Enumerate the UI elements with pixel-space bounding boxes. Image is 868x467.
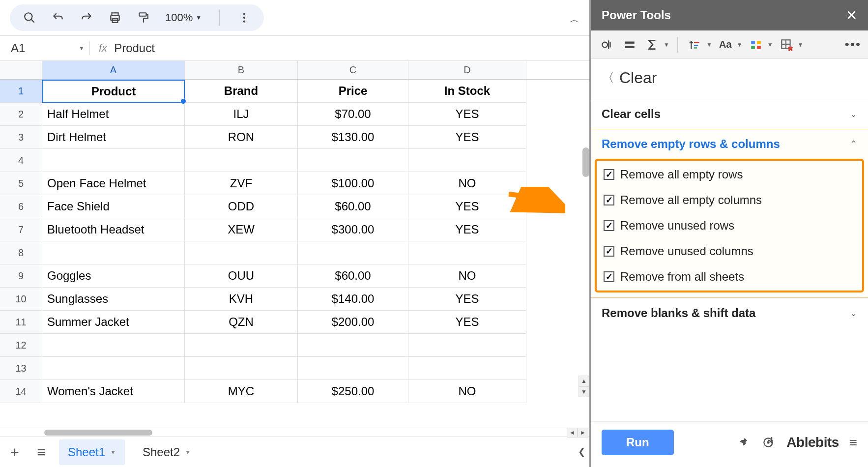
- row-header[interactable]: 8: [0, 241, 42, 264]
- checkbox[interactable]: [604, 220, 614, 231]
- cell[interactable]: Dirt Helmet: [42, 126, 185, 149]
- sheet-tab[interactable]: Sheet1▼: [59, 439, 125, 465]
- cell[interactable]: NO: [408, 264, 526, 288]
- pin-icon[interactable]: [735, 435, 750, 450]
- checkbox[interactable]: [604, 169, 614, 180]
- cell[interactable]: YES: [408, 288, 526, 311]
- cell[interactable]: Goggles: [42, 264, 185, 288]
- cell[interactable]: Brand: [185, 80, 298, 103]
- cell[interactable]: YES: [408, 126, 526, 149]
- cell[interactable]: QZN: [185, 311, 298, 334]
- chevron-down-icon[interactable]: ▼: [110, 449, 116, 456]
- cell[interactable]: ILJ: [185, 103, 298, 126]
- cell[interactable]: $250.00: [298, 380, 408, 403]
- select-all-corner[interactable]: [0, 61, 42, 79]
- name-box[interactable]: A1 ▼: [6, 41, 89, 55]
- checkbox-option[interactable]: Remove all empty columns: [604, 193, 855, 207]
- scroll-right-icon[interactable]: ►: [578, 428, 588, 438]
- chevron-down-icon[interactable]: ▼: [664, 41, 669, 48]
- col-header-a[interactable]: A: [42, 61, 185, 79]
- cell[interactable]: ZVF: [185, 172, 298, 195]
- checkbox[interactable]: [604, 246, 614, 257]
- row-header[interactable]: 9: [0, 264, 42, 288]
- cell[interactable]: [185, 357, 298, 380]
- zoom-dropdown[interactable]: 100% ▼: [165, 11, 202, 24]
- row-header[interactable]: 2: [0, 103, 42, 126]
- section-header-clear-cells[interactable]: Clear cells ⌄: [591, 99, 868, 129]
- more-vert-icon[interactable]: [237, 11, 251, 25]
- cell[interactable]: In Stock: [408, 80, 526, 103]
- cell[interactable]: OUU: [185, 264, 298, 288]
- cell[interactable]: Face Shield: [42, 195, 185, 218]
- cell[interactable]: YES: [408, 195, 526, 218]
- undo-icon[interactable]: [51, 11, 65, 25]
- row-header[interactable]: 5: [0, 172, 42, 195]
- breadcrumb[interactable]: 〈 Clear: [591, 59, 868, 99]
- print-icon[interactable]: [108, 11, 122, 25]
- row-header[interactable]: 14: [0, 380, 42, 403]
- cell[interactable]: $130.00: [298, 126, 408, 149]
- info-icon[interactable]: i: [761, 435, 776, 450]
- add-sheet-button[interactable]: +: [6, 443, 24, 461]
- clear-grid-icon[interactable]: [777, 35, 796, 54]
- cell[interactable]: Bluetooth Headset: [42, 218, 185, 241]
- row-header[interactable]: 10: [0, 288, 42, 311]
- row-header[interactable]: 1: [0, 80, 42, 103]
- checkbox-option[interactable]: Remove from all sheets: [604, 270, 855, 284]
- row-header[interactable]: 12: [0, 334, 42, 357]
- cell[interactable]: [298, 241, 408, 264]
- cell[interactable]: $60.00: [298, 264, 408, 288]
- scroll-down-icon[interactable]: ▼: [579, 386, 589, 397]
- cell[interactable]: Half Helmet: [42, 103, 185, 126]
- checkbox[interactable]: [604, 271, 614, 282]
- search-icon[interactable]: [23, 11, 36, 25]
- cell[interactable]: [42, 241, 185, 264]
- run-button[interactable]: Run: [602, 430, 674, 455]
- cell[interactable]: Summer Jacket: [42, 311, 185, 334]
- row-header[interactable]: 4: [0, 149, 42, 172]
- row-header[interactable]: 11: [0, 311, 42, 334]
- compare-icon[interactable]: [620, 35, 639, 54]
- all-sheets-button[interactable]: ≡: [32, 443, 50, 461]
- chevron-down-icon[interactable]: ▼: [798, 41, 804, 48]
- cell[interactable]: $60.00: [298, 195, 408, 218]
- cell[interactable]: RON: [185, 126, 298, 149]
- cell[interactable]: [298, 149, 408, 172]
- scroll-up-icon[interactable]: ▲: [579, 376, 589, 386]
- cell[interactable]: [408, 241, 526, 264]
- fx-icon[interactable]: fx: [99, 42, 107, 55]
- col-header-b[interactable]: B: [185, 61, 298, 79]
- chevron-down-icon[interactable]: ▼: [737, 41, 743, 48]
- cell[interactable]: [185, 149, 298, 172]
- expand-side-panel-icon[interactable]: ❮: [578, 446, 585, 457]
- sheet-tab[interactable]: Sheet2▼: [134, 439, 200, 465]
- cell[interactable]: Price: [298, 80, 408, 103]
- cell[interactable]: Sunglasses: [42, 288, 185, 311]
- checkbox-option[interactable]: Remove unused columns: [604, 244, 855, 258]
- cell[interactable]: YES: [408, 311, 526, 334]
- cell[interactable]: [42, 149, 185, 172]
- cell[interactable]: YES: [408, 103, 526, 126]
- cell[interactable]: Open Face Helmet: [42, 172, 185, 195]
- cell[interactable]: [42, 334, 185, 357]
- cell[interactable]: $200.00: [298, 311, 408, 334]
- cell[interactable]: [185, 334, 298, 357]
- section-header-remove-blanks[interactable]: Remove blanks & shift data ⌄: [591, 298, 868, 328]
- cell[interactable]: $100.00: [298, 172, 408, 195]
- cell[interactable]: NO: [408, 172, 526, 195]
- col-header-c[interactable]: C: [298, 61, 408, 79]
- cell[interactable]: [298, 357, 408, 380]
- vertical-scrollbar-thumb[interactable]: [582, 147, 589, 177]
- close-icon[interactable]: ✕: [846, 7, 857, 24]
- sort-icon[interactable]: [686, 35, 704, 54]
- cell[interactable]: NO: [408, 380, 526, 403]
- split-icon[interactable]: [747, 35, 765, 54]
- row-header[interactable]: 7: [0, 218, 42, 241]
- dedupe-icon[interactable]: [598, 35, 616, 54]
- row-header[interactable]: 13: [0, 357, 42, 380]
- formula-value[interactable]: Product: [114, 41, 155, 55]
- cell[interactable]: [408, 357, 526, 380]
- row-header[interactable]: 3: [0, 126, 42, 149]
- cell[interactable]: XEW: [185, 218, 298, 241]
- section-header-remove-empty[interactable]: Remove empty rows & columns ⌃: [591, 129, 868, 159]
